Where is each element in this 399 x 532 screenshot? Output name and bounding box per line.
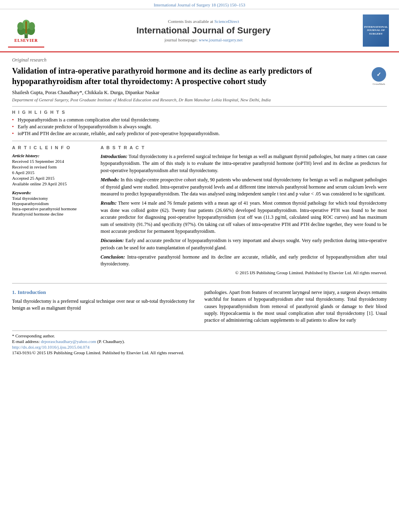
abstract-intro-paragraph: Introduction: Total thyroidectomy is a p…: [101, 153, 387, 174]
methods-label: Methods:: [101, 177, 119, 183]
journal-title: International Journal of Surgery: [44, 25, 363, 36]
journal-cover-image: INTERNATIONAL JOURNAL OF SURGERY: [363, 14, 389, 47]
highlight-item-3: ioPTH and PTH decline are accurate, reli…: [12, 131, 387, 137]
author-list: Shailesh Gupta, Poras Chaudhary*, Chikka…: [12, 90, 159, 95]
methods-text: In this single-centre prospective cohort…: [101, 177, 387, 197]
article-title-row: Validation of intra-operative parathyroi…: [12, 66, 387, 86]
history-label: Article history:: [12, 153, 93, 158]
abstract-col: A B S T R A C T Introduction: Total thyr…: [101, 145, 387, 275]
introduction-columns: 1.Introduction Total thyroidectomy is a …: [12, 289, 387, 324]
intro-left-text: Total thyroidectomy is a preferred surgi…: [12, 298, 195, 312]
intro-number: 1.: [12, 289, 16, 295]
conclusion-label: Conclusion:: [101, 254, 125, 260]
accepted-date: Accepted 25 April 2015: [12, 176, 93, 181]
corresponding-author: * Corresponding author.: [12, 333, 387, 338]
divider-1: [12, 106, 387, 107]
intro-title: Introduction: [18, 289, 46, 295]
discussion-text: Early and accurate predictor of hypopara…: [101, 238, 387, 250]
divider-2: [12, 141, 387, 141]
abstract-methods-paragraph: Methods: In this single-centre prospecti…: [101, 177, 387, 197]
abstract-conclusion-paragraph: Conclusion: Intra-operative parathyroid …: [101, 254, 387, 268]
doi-link[interactable]: http://dx.doi.org/10.1016/j.ijsu.2015.04…: [12, 345, 90, 349]
results-text: There were 14 male and 76 female patient…: [101, 200, 387, 234]
intro-text: Total thyroidectomy is a preferred surgi…: [101, 154, 387, 173]
email-line: E-mail address: drporaschaudhary@yahoo.c…: [12, 339, 387, 344]
homepage-text: journal homepage: www.journal-surgery.ne…: [44, 37, 363, 42]
elsevier-logo: ELSEVIER: [8, 13, 44, 47]
article-info-abstract-row: A R T I C L E I N F O Article history: R…: [12, 145, 387, 275]
sciencedirect-text: Contents lists available at ScienceDirec…: [44, 19, 363, 24]
keywords-label: Keywords:: [12, 190, 93, 195]
article-type: Original research: [12, 57, 387, 63]
crossmark-label: CrossMark: [372, 82, 385, 86]
intro-left-col: 1.Introduction Total thyroidectomy is a …: [12, 289, 195, 324]
introduction-section: 1.Introduction Total thyroidectomy is a …: [12, 283, 387, 355]
highlight-item-1: Hypoparathyroidism is a common complicat…: [12, 117, 387, 123]
journal-center-block: Contents lists available at ScienceDirec…: [44, 19, 363, 42]
crossmark-circle-icon: ✓: [372, 67, 386, 82]
intro-heading: 1.Introduction: [12, 289, 195, 296]
doi-line: http://dx.doi.org/10.1016/j.ijsu.2015.04…: [12, 345, 387, 349]
received-revised-label: Received in revised form: [12, 164, 93, 169]
article-title: Validation of intra-operative parathyroi…: [12, 66, 367, 86]
received-date: Received 15 September 2014: [12, 159, 93, 164]
highlights-title: H I G H L I G H T S: [12, 110, 387, 115]
journal-ref-text: International Journal of Surgery 18 (201…: [154, 2, 245, 7]
intro-right-text: pathologies. Apart from features of recu…: [204, 289, 387, 324]
affiliation: Department of General Surgery, Post Grad…: [12, 97, 387, 102]
journal-header: ELSEVIER Contents lists available at Sci…: [0, 9, 399, 52]
abstract-body: Introduction: Total thyroidectomy is a p…: [101, 153, 387, 275]
keyword-3: Intra-operative parathyroid hormone: [12, 206, 93, 211]
abstract-discussion-paragraph: Discussion: Early and accurate predictor…: [101, 237, 387, 251]
svg-point-6: [29, 22, 35, 30]
highlights-list: Hypoparathyroidism is a common complicat…: [12, 117, 387, 137]
keyword-1: Total thyroidectomy: [12, 196, 93, 201]
journal-cover: INTERNATIONAL JOURNAL OF SURGERY: [363, 14, 391, 47]
issn-line: 1743-9191/© 2015 IJS Publishing Group Li…: [12, 350, 387, 355]
elsevier-label: ELSEVIER: [14, 38, 38, 43]
results-label: Results:: [101, 200, 117, 206]
email-label: E-mail address:: [12, 339, 40, 344]
highlights-section: H I G H L I G H T S Hypoparathyroidism i…: [12, 110, 387, 137]
keywords-list: Total thyroidectomy Hypoparathyroidism I…: [12, 196, 93, 216]
elsevier-tree-icon: [14, 17, 38, 37]
abstract-title: A B S T R A C T: [101, 145, 387, 150]
email-suffix: (P. Chaudhary).: [97, 339, 125, 344]
article-history: Article history: Received 15 September 2…: [12, 153, 93, 186]
revised-date: 6 April 2015: [12, 170, 93, 175]
content-area: Original research Validation of intra-op…: [0, 52, 399, 364]
keyword-2: Hypoparathyroidism: [12, 201, 93, 206]
keyword-4: Parathyroid hormone decline: [12, 212, 93, 216]
svg-rect-7: [25, 21, 27, 33]
copyright-line: © 2015 IJS Publishing Group Limited. Pub…: [101, 270, 387, 275]
sciencedirect-link[interactable]: ScienceDirect: [214, 19, 239, 24]
svg-point-5: [17, 22, 24, 30]
article-info-col: A R T I C L E I N F O Article history: R…: [12, 145, 93, 275]
conclusion-text: Intra-operative parathyroid hormone and …: [101, 254, 387, 267]
footnotes: * Corresponding author. E-mail address: …: [12, 331, 387, 355]
discussion-label: Discussion:: [101, 238, 124, 243]
abstract-results-paragraph: Results: There were 14 male and 76 femal…: [101, 200, 387, 235]
keywords-section: Keywords: Total thyroidectomy Hypoparath…: [12, 190, 93, 216]
journal-reference: International Journal of Surgery 18 (201…: [0, 0, 399, 9]
authors: Shailesh Gupta, Poras Chaudhary*, Chikka…: [12, 90, 387, 96]
highlight-item-2: Early and accurate predictor of hypopara…: [12, 124, 387, 130]
available-date: Available online 29 April 2015: [12, 181, 93, 186]
article-info-title: A R T I C L E I N F O: [12, 145, 93, 150]
intro-label: Introduction:: [101, 154, 128, 159]
crossmark-badge[interactable]: ✓ CrossMark: [371, 67, 387, 86]
intro-right-col: pathologies. Apart from features of recu…: [204, 289, 387, 324]
email-link[interactable]: drporaschaudhary@yahoo.com: [41, 339, 96, 344]
homepage-link[interactable]: www.journal-surgery.net: [199, 37, 243, 42]
